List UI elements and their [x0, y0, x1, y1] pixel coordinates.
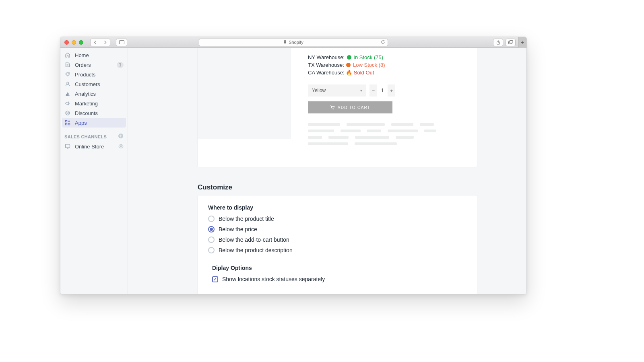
radio-below-cart[interactable]: Below the add-to-cart button — [208, 237, 466, 243]
sidebar-heading-channels: SALES CHANNELS — [60, 128, 128, 142]
sidebar-item-apps[interactable]: Apps — [62, 118, 126, 128]
window-controls — [64, 40, 83, 45]
qty-increase-button[interactable]: + — [388, 84, 395, 97]
sidebar-label: Marketing — [75, 101, 98, 107]
display-options: Diplay Options Show locations stock stat… — [208, 265, 466, 282]
checkbox-icon — [212, 276, 218, 282]
preview-panel: NY Warehouse: In Stock (75) TX Warehouse… — [198, 48, 477, 167]
sidebar-label: Discounts — [75, 110, 98, 116]
main-area: NY Warehouse: In Stock (75) TX Warehouse… — [128, 48, 526, 294]
add-to-cart-button[interactable]: ADD TO CART — [308, 101, 392, 113]
status-dot-orange — [346, 63, 351, 67]
content: Home Orders 1 Products Customers Analyti… — [60, 48, 526, 294]
radio-icon — [208, 247, 215, 253]
svg-point-19 — [120, 145, 122, 146]
close-window-button[interactable] — [64, 40, 69, 45]
sidebar-item-marketing[interactable]: Marketing — [60, 99, 128, 108]
svg-rect-5 — [510, 41, 513, 43]
svg-point-12 — [66, 112, 67, 113]
sidebar-item-online-store[interactable]: Online Store — [60, 142, 128, 151]
customers-icon — [64, 81, 71, 87]
variant-row: Yellow ▾ − 1 + — [308, 84, 468, 97]
analytics-icon — [64, 91, 71, 97]
radio-below-description[interactable]: Below the product description — [208, 247, 466, 253]
view-store-icon[interactable] — [118, 144, 124, 150]
svg-rect-15 — [66, 123, 67, 125]
svg-rect-9 — [67, 93, 68, 96]
sidebar-item-orders[interactable]: Orders 1 — [60, 60, 128, 70]
preview-details: NY Warehouse: In Stock (75) TX Warehouse… — [291, 48, 477, 167]
apps-icon — [64, 120, 71, 125]
sidebar-label: Apps — [75, 120, 87, 126]
svg-rect-10 — [68, 93, 69, 96]
svg-point-13 — [68, 113, 69, 114]
variant-select[interactable]: Yellow ▾ — [308, 84, 366, 97]
quantity-stepper: − 1 + — [369, 84, 395, 97]
maximize-window-button[interactable] — [79, 40, 83, 45]
sidebar-item-customers[interactable]: Customers — [60, 79, 128, 89]
svg-point-6 — [68, 73, 69, 74]
skeleton-text — [308, 123, 468, 145]
browser-window: Shopify + Home Orders 1 — [60, 37, 527, 294]
svg-point-7 — [67, 82, 69, 84]
sidebar-item-home[interactable]: Home — [60, 50, 128, 60]
toolbar-right: + — [493, 37, 522, 48]
minimize-window-button[interactable] — [72, 40, 76, 45]
orders-badge: 1 — [117, 62, 124, 68]
checkbox-separate-locations[interactable]: Show locations stock statuses separately — [212, 276, 466, 282]
where-heading: Where to display — [208, 204, 466, 211]
stock-line-ca: CA Warehouse: 🔥 Sold Out — [308, 70, 468, 76]
discounts-icon — [64, 110, 71, 116]
qty-decrease-button[interactable]: − — [369, 84, 377, 97]
svg-rect-14 — [66, 121, 67, 122]
sidebar-label: Orders — [75, 62, 91, 68]
svg-rect-2 — [284, 41, 286, 43]
tabs-button[interactable] — [506, 39, 516, 46]
back-button[interactable] — [90, 39, 100, 46]
sidebar-item-discounts[interactable]: Discounts — [60, 108, 128, 118]
forward-button[interactable] — [100, 39, 110, 46]
nav-buttons — [90, 39, 110, 46]
svg-point-21 — [333, 109, 334, 109]
sidebar-label: Home — [75, 52, 89, 58]
fire-icon: 🔥 — [346, 70, 352, 76]
svg-rect-16 — [68, 123, 70, 125]
display-heading: Diplay Options — [212, 265, 466, 271]
chevron-down-icon: ▾ — [360, 88, 362, 93]
home-icon — [64, 52, 71, 58]
sidebar-label: Analytics — [75, 91, 96, 97]
sidebar-label: Online Store — [75, 144, 104, 150]
sidebar-toggle-button[interactable] — [116, 39, 127, 46]
svg-rect-18 — [66, 144, 70, 148]
sidebar: Home Orders 1 Products Customers Analyti… — [60, 48, 128, 294]
titlebar: Shopify + — [60, 37, 526, 48]
address-text: Shopify — [289, 40, 303, 45]
sidebar-item-analytics[interactable]: Analytics — [60, 89, 128, 99]
radio-icon — [208, 226, 215, 232]
sidebar-label: Customers — [75, 81, 100, 87]
lock-icon — [283, 40, 287, 45]
new-tab-button[interactable]: + — [518, 37, 526, 48]
add-channel-button[interactable] — [118, 133, 124, 140]
radio-below-price[interactable]: Below the price — [208, 226, 466, 232]
orders-icon — [64, 62, 71, 68]
svg-rect-0 — [119, 41, 124, 44]
sidebar-label: Products — [75, 72, 95, 78]
customize-panel: Where to display Below the product title… — [198, 195, 477, 294]
radio-icon — [208, 237, 215, 243]
section-title-customize: Customize — [198, 183, 232, 191]
status-dot-green — [347, 55, 351, 60]
address-bar[interactable]: Shopify — [199, 39, 388, 46]
products-icon — [64, 72, 71, 77]
svg-point-20 — [332, 109, 332, 109]
marketing-icon — [64, 101, 71, 106]
qty-value: 1 — [378, 84, 386, 97]
online-store-icon — [64, 144, 71, 149]
sidebar-item-products[interactable]: Products — [60, 70, 128, 79]
svg-rect-8 — [66, 94, 67, 96]
radio-below-title[interactable]: Below the product title — [208, 216, 466, 222]
stock-line-ny: NY Warehouse: In Stock (75) — [308, 54, 468, 60]
reload-button[interactable] — [381, 40, 385, 45]
share-button[interactable] — [493, 39, 503, 46]
stock-line-tx: TX Warehouse: Low Stock (8) — [308, 62, 468, 68]
